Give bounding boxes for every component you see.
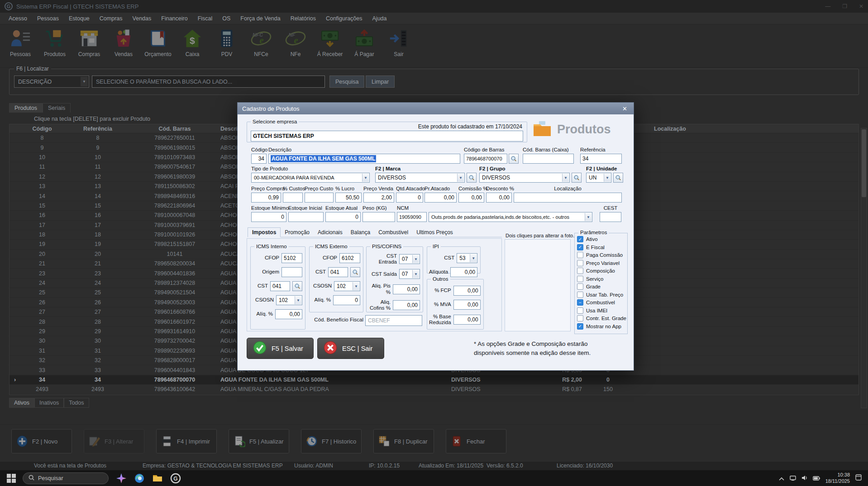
filter-tab-inativos[interactable]: Inativos — [34, 398, 64, 408]
browser-icon[interactable] — [134, 473, 145, 484]
preco-compra-input[interactable]: 0,99 — [251, 193, 281, 203]
cst-input[interactable]: 041 — [270, 281, 290, 291]
tipo-combo[interactable]: 00-MERCADORIA PARA REVENDA▼ — [251, 173, 370, 183]
toolbar-button-a-pagar[interactable]: Á Pagar — [350, 28, 378, 57]
erp-app-icon[interactable]: G — [170, 473, 181, 484]
param-combustivel[interactable]: −Combustível — [577, 299, 625, 306]
cst-entrada-combo[interactable]: 07▼ — [399, 254, 420, 264]
file-explorer-icon[interactable] — [152, 473, 163, 484]
custos-input[interactable] — [283, 193, 303, 203]
cfop-input[interactable]: 5102 — [281, 253, 302, 263]
dialog-tab-ultimos-precos[interactable]: Ultimos Preços — [412, 228, 457, 237]
param-servico[interactable]: Serviço — [577, 276, 625, 282]
toolbar-button-pessoas[interactable]: Pessoas — [6, 28, 34, 57]
param-ativo[interactable]: ✓Ativo — [577, 236, 625, 242]
cst-combo[interactable]: 53▼ — [457, 253, 477, 263]
menu-item-acesso[interactable]: Acesso — [5, 14, 31, 23]
menu-item-relatorios[interactable]: Relatórios — [286, 14, 320, 23]
checkbox-icon[interactable] — [577, 260, 583, 266]
table-row[interactable]: ›34347896468700070AGUA FONTE DA ILHA SEM… — [10, 375, 858, 385]
preco-custo-input[interactable] — [305, 193, 334, 203]
scrollbar-thumb[interactable] — [862, 129, 866, 197]
checkbox-icon[interactable] — [577, 283, 583, 290]
checkbox-mixed-icon[interactable]: − — [577, 299, 583, 306]
unidade-search-icon[interactable] — [613, 173, 623, 183]
exit-button[interactable]: ESC | Sair — [317, 338, 384, 359]
menu-item-vendas[interactable]: Vendas — [129, 14, 156, 23]
descricao-input[interactable]: AGUA FONTE DA ILHA SEM GAS 500ML — [268, 154, 460, 164]
localizacao-input[interactable] — [514, 193, 622, 203]
aliq-cofins-input[interactable]: 0,00 — [393, 300, 420, 310]
search-field-combo[interactable]: DESCRIÇÃO ▼ — [14, 75, 89, 88]
lucro-input[interactable]: 50,50 — [335, 193, 362, 203]
menu-item-compras[interactable]: Compras — [95, 14, 127, 23]
menu-item-forca-de-venda[interactable]: Força de Venda — [236, 14, 284, 23]
toolbar-button-produtos[interactable]: Produtos — [41, 28, 69, 57]
toolbar-button-nfe[interactable]: NFeNFe — [281, 28, 310, 57]
codigo-input[interactable]: 34 — [251, 154, 267, 164]
cest-input[interactable] — [600, 212, 621, 222]
unidade-combo[interactable]: UN▼ — [586, 173, 611, 183]
param-composicao[interactable]: Composição — [577, 268, 625, 274]
action-f8-duplicar[interactable]: F8 | Duplicar — [373, 429, 434, 453]
volume-icon[interactable] — [801, 474, 807, 482]
aliq-input[interactable]: 0 — [333, 295, 360, 305]
toolbar-button-a-receber[interactable]: Á Receber — [316, 28, 344, 57]
menu-item-fiscal[interactable]: Fiscal — [194, 14, 217, 23]
action-fechar[interactable]: Fechar — [446, 429, 506, 453]
aliquota-input[interactable]: 0,00 — [450, 267, 477, 277]
action-f5-atualizar[interactable]: F5 | Atualizar — [229, 429, 289, 453]
referencia-input[interactable]: 34 — [580, 154, 622, 164]
clear-button[interactable]: Limpar — [366, 75, 395, 88]
maximize-icon[interactable]: ❐ — [842, 3, 847, 9]
menu-item-financeiro[interactable]: Financeiro — [157, 14, 191, 23]
grupo-search-icon[interactable] — [572, 173, 582, 183]
base-reduzida-input[interactable]: 0,00 — [453, 315, 481, 325]
taskbar-search[interactable]: Pesquisar — [23, 472, 109, 484]
toolbar-button-nfce[interactable]: NFCeNFCe — [247, 28, 275, 57]
param-usa-imei[interactable]: Usa IMEI — [577, 307, 625, 314]
action-f2-novo[interactable]: F2 | Novo — [11, 429, 72, 453]
menu-item-configuracoes[interactable]: Configurações — [322, 14, 367, 23]
dialog-close-icon[interactable]: ✕ — [620, 105, 629, 112]
dialog-tab-balanca[interactable]: Balança — [347, 228, 374, 237]
copilot-icon[interactable] — [116, 473, 127, 484]
beneficio-input[interactable] — [365, 315, 422, 326]
ncm-desc-combo[interactable]: Outs.prods.de padaria,pastelaria,inds.de… — [429, 212, 592, 222]
tray-chevron-icon[interactable] — [779, 474, 784, 482]
toolbar-button-caixa[interactable]: $Caixa — [178, 28, 206, 57]
save-button[interactable]: F5 | Salvar — [247, 338, 314, 359]
checkbox-icon[interactable] — [577, 268, 583, 274]
origem-input[interactable] — [281, 267, 302, 277]
cst-search-icon[interactable] — [292, 281, 302, 291]
param-e-fiscal[interactable]: ✓É Fiscal — [577, 244, 625, 250]
param-usar-tab-preco[interactable]: Usar Tab. Preço — [577, 292, 625, 298]
table-row[interactable]: 249324937896436100642AGUA MINERAL C/GAS … — [10, 385, 858, 394]
notifications-icon[interactable] — [855, 474, 862, 482]
cfop-input[interactable]: 6102 — [339, 253, 360, 263]
checkbox-checked-icon[interactable]: ✓ — [577, 323, 583, 330]
barras-caixa-input[interactable] — [523, 154, 574, 164]
cst-input[interactable]: 041 — [328, 267, 348, 277]
peso-input[interactable] — [362, 212, 395, 222]
menu-item-pessoas[interactable]: Pessoas — [33, 14, 63, 23]
csosn-combo[interactable]: 102▼ — [334, 281, 360, 291]
toolbar-button-pdv[interactable]: PDV — [213, 28, 241, 57]
ncm-input[interactable]: 19059090 — [397, 212, 427, 222]
preco-venda-input[interactable]: 2,00 — [363, 193, 394, 203]
checkbox-icon[interactable] — [577, 252, 583, 258]
tab-seriais[interactable]: Seriais — [43, 103, 71, 113]
close-icon[interactable]: ✕ — [859, 3, 863, 9]
toolbar-button-compras[interactable]: Compras — [75, 28, 103, 57]
fcp-input[interactable]: 0,00 — [453, 286, 481, 296]
action-f4-imprimir[interactable]: F4 | Imprimir — [156, 429, 217, 453]
estoque-minimo-input[interactable]: 0 — [251, 212, 286, 222]
mva-input[interactable]: 0,00 — [453, 300, 481, 310]
minimize-icon[interactable]: — — [825, 3, 830, 9]
search-button[interactable]: Pesquisa — [329, 75, 364, 88]
grupo-combo[interactable]: DIVERSOS▼ — [479, 173, 570, 183]
param-mostrar-no-app[interactable]: ✓Mostrar no App — [577, 323, 625, 330]
dialog-tab-promocao[interactable]: Promoção — [281, 228, 314, 237]
product-photo-box[interactable] — [505, 239, 571, 331]
barcode-search-icon[interactable] — [509, 154, 519, 164]
